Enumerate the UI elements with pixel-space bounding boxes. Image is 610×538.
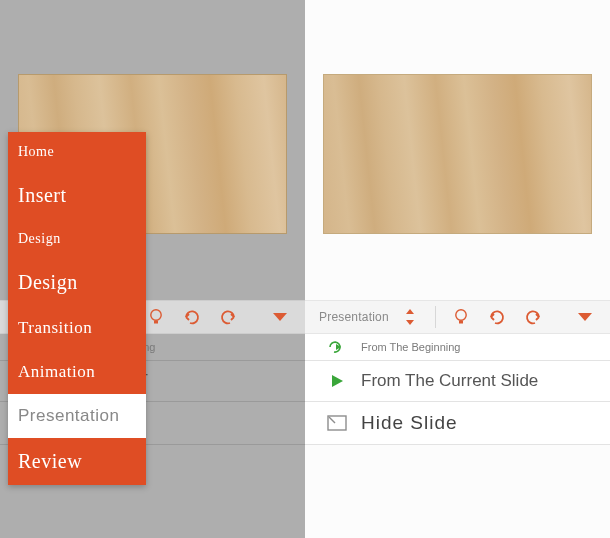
- option-label: From The Current Slide: [361, 371, 538, 391]
- toolbar-label: Presentation: [319, 310, 389, 324]
- play-icon: [327, 373, 347, 389]
- menu-item-presentation[interactable]: Presentation: [8, 394, 146, 438]
- ribbon-menu: Home Insert Design Design Transition Ani…: [8, 132, 146, 485]
- toolbar: Presentation: [305, 300, 610, 334]
- options-list: From The Beginning From The Current Slid…: [305, 334, 610, 445]
- menu-item-insert[interactable]: Insert: [8, 172, 146, 219]
- redo-icon[interactable]: [522, 306, 544, 328]
- option-label: From The Beginning: [361, 341, 460, 353]
- bulb-icon[interactable]: [450, 306, 472, 328]
- play-loop-icon: [327, 340, 347, 354]
- menu-item-review[interactable]: Review: [8, 438, 146, 485]
- separator: [435, 306, 436, 328]
- option-from-beginning[interactable]: From The Beginning: [305, 334, 610, 361]
- dropdown-icon[interactable]: [574, 306, 596, 328]
- right-pane: Presentation From The Beginning: [305, 0, 610, 538]
- menu-item-home[interactable]: Home: [8, 132, 146, 172]
- slide-thumbnail: [323, 74, 592, 234]
- slide-box-icon: [327, 415, 347, 431]
- left-pane: Presentation From The Beginning: [0, 0, 305, 538]
- menu-item-design-1[interactable]: Design: [8, 219, 146, 259]
- svg-rect-4: [459, 321, 463, 324]
- option-label: Hide Slide: [361, 412, 458, 434]
- undo-icon[interactable]: [486, 306, 508, 328]
- updown-icon[interactable]: [399, 306, 421, 328]
- menu-item-design-2[interactable]: Design: [8, 259, 146, 306]
- menu-item-animation[interactable]: Animation: [8, 350, 146, 394]
- option-hide-slide[interactable]: Hide Slide: [305, 402, 610, 445]
- menu-item-transition[interactable]: Transition: [8, 306, 146, 350]
- option-from-current-slide[interactable]: From The Current Slide: [305, 361, 610, 402]
- svg-point-3: [456, 310, 466, 320]
